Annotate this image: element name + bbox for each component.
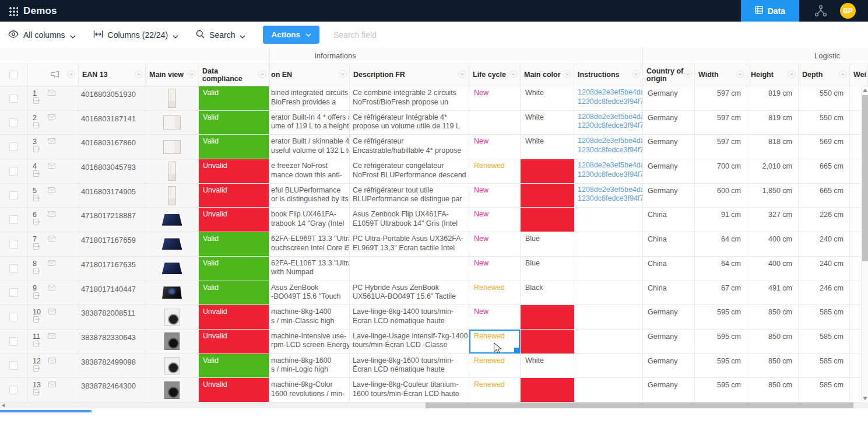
- height-cell[interactable]: 850 cm: [747, 354, 799, 378]
- height-cell[interactable]: 491 cm: [747, 281, 799, 305]
- ean-cell[interactable]: 3838782008511: [79, 305, 146, 329]
- product-thumbnail[interactable]: [164, 309, 180, 326]
- scroll-down-arrow[interactable]: [863, 397, 867, 400]
- envelope-icon[interactable]: [48, 308, 56, 316]
- row-checkbox[interactable]: [9, 264, 18, 273]
- row-checkbox[interactable]: [9, 361, 18, 370]
- life-cycle-cell[interactable]: Renewed: [469, 281, 521, 305]
- instructions-cell[interactable]: 1208de2e3ef5be4da1230dc8fedce3f94f7: [574, 159, 643, 183]
- width-cell[interactable]: 595 cm: [695, 378, 747, 402]
- envelope-icon[interactable]: [48, 162, 55, 170]
- row-checkbox[interactable]: [9, 240, 18, 249]
- life-cycle-cell[interactable]: Renewed: [469, 159, 521, 183]
- ean-cell[interactable]: 4718017218887: [79, 208, 146, 232]
- width-cell[interactable]: 64 cm: [695, 257, 747, 281]
- life-cycle-cell[interactable]: New: [469, 184, 521, 208]
- width-cell[interactable]: 700 cm: [695, 159, 747, 183]
- row-checkbox[interactable]: [9, 215, 18, 224]
- filter-icon[interactable]: [188, 70, 196, 80]
- main-view-cell[interactable]: [146, 86, 199, 110]
- height-cell[interactable]: 819 cm: [747, 111, 799, 135]
- width-cell[interactable]: 597 cm: [695, 86, 747, 110]
- app-launcher-icon[interactable]: [8, 6, 18, 16]
- instructions-cell[interactable]: 1208de2e3ef5be4da1230dc8fedce3f94f7: [574, 111, 643, 135]
- product-thumbnail[interactable]: [163, 116, 181, 130]
- filter-icon[interactable]: [632, 70, 640, 80]
- all-columns-dropdown[interactable]: All columns: [8, 30, 76, 40]
- compliance-cell[interactable]: Unvalid: [199, 159, 269, 183]
- description-fr-cell[interactable]: PC Hybride Asus ZenBook UX561UA-BO049T 1…: [350, 281, 469, 305]
- country-cell[interactable]: China: [643, 257, 695, 281]
- main-color-cell[interactable]: [521, 208, 574, 232]
- depth-cell[interactable]: 550 cm: [799, 86, 850, 110]
- depth-cell[interactable]: 585 cm: [799, 330, 850, 354]
- description-en-cell[interactable]: 62FA-EL106T 13.3 "Ultra- with Numpad: [269, 257, 350, 281]
- ean-cell[interactable]: 4016803051930: [79, 86, 146, 110]
- compliance-cell[interactable]: Valid: [199, 111, 269, 135]
- scroll-left-arrow[interactable]: [2, 404, 5, 407]
- ean-cell[interactable]: 4718017167635: [79, 257, 146, 281]
- compliance-cell[interactable]: Unvalid: [199, 208, 269, 232]
- compliance-cell[interactable]: Valid: [199, 354, 269, 378]
- ean-cell[interactable]: 3838782499098: [79, 354, 146, 378]
- frozen-pane-divider[interactable]: [269, 48, 269, 402]
- main-view-cell[interactable]: [146, 305, 199, 329]
- instruction-link[interactable]: 1230dc8fedce3f94f7: [578, 146, 639, 155]
- instruction-link[interactable]: 1208de2e3ef5be4da: [578, 88, 639, 97]
- instructions-cell[interactable]: [574, 257, 643, 281]
- depth-cell[interactable]: 246 cm: [799, 281, 850, 305]
- filter-icon[interactable]: [339, 70, 347, 80]
- life-cycle-cell[interactable]: New: [469, 135, 521, 159]
- user-avatar[interactable]: BP: [840, 3, 856, 19]
- country-cell[interactable]: Germany: [643, 378, 695, 402]
- header-main-view[interactable]: Main view: [146, 64, 199, 86]
- product-thumbnail[interactable]: [162, 262, 182, 274]
- height-cell[interactable]: 2,010 cm: [747, 159, 799, 183]
- country-cell[interactable]: China: [643, 281, 695, 305]
- description-fr-cell[interactable]: Lave-linge-8kg-1400 tours/min- Ecran LCD…: [350, 305, 469, 329]
- horizontal-scrollbar[interactable]: [0, 402, 868, 408]
- description-en-cell[interactable]: machine-8kg-Color 1600 revolutions / min…: [269, 378, 350, 402]
- header-country-of-origin[interactable]: Country of origin: [643, 64, 695, 86]
- envelope-icon[interactable]: [48, 211, 55, 219]
- envelope-icon[interactable]: [48, 187, 55, 195]
- description-en-cell[interactable]: e freezer NoFrost mance down this anti-: [269, 159, 350, 183]
- header-life-cycle[interactable]: Life cycle: [469, 64, 521, 86]
- compliance-cell[interactable]: Valid: [199, 86, 269, 110]
- description-fr-cell[interactable]: Ce réfrigérateur tout utile BLUPerforman…: [350, 184, 469, 208]
- select-all-checkbox[interactable]: [9, 71, 18, 79]
- open-record-icon[interactable]: [33, 146, 41, 154]
- description-en-cell[interactable]: erator Built-In 4 * offers a ume of 119 …: [269, 111, 350, 135]
- open-record-icon[interactable]: [33, 389, 41, 397]
- width-cell[interactable]: 595 cm: [695, 330, 747, 354]
- instructions-cell[interactable]: [574, 208, 643, 232]
- main-view-cell[interactable]: [146, 281, 199, 305]
- filter-icon[interactable]: [563, 70, 571, 80]
- life-cycle-cell[interactable]: Renewed: [469, 378, 521, 402]
- height-cell[interactable]: 1,850 cm: [747, 184, 799, 208]
- main-view-cell[interactable]: [146, 378, 199, 402]
- search-input[interactable]: [333, 30, 520, 40]
- row-checkbox[interactable]: [9, 94, 18, 103]
- product-thumbnail[interactable]: [164, 357, 180, 374]
- main-color-cell[interactable]: White: [521, 354, 574, 378]
- row-checkbox[interactable]: [9, 386, 18, 394]
- life-cycle-cell[interactable]: [469, 111, 521, 135]
- row-checkbox[interactable]: [9, 288, 18, 297]
- fill-handle[interactable]: [514, 348, 519, 353]
- header-description-en[interactable]: on EN: [269, 64, 350, 86]
- description-en-cell[interactable]: machine-8kg-1600 s / min-Logic high: [269, 354, 350, 378]
- main-color-cell[interactable]: [521, 330, 574, 354]
- description-fr-cell[interactable]: [350, 257, 469, 281]
- ean-cell[interactable]: 4016803174905: [79, 184, 146, 208]
- filter-icon[interactable]: [458, 70, 466, 80]
- height-cell[interactable]: 818 cm: [747, 135, 799, 159]
- instruction-link[interactable]: 1208de2e3ef5be4da: [578, 113, 639, 122]
- instructions-cell[interactable]: [574, 305, 643, 329]
- tab-data[interactable]: Data: [741, 0, 799, 22]
- height-cell[interactable]: 400 cm: [747, 232, 799, 256]
- depth-cell[interactable]: 240 cm: [799, 232, 850, 256]
- filter-icon[interactable]: [684, 70, 692, 80]
- envelope-icon[interactable]: [48, 235, 55, 243]
- main-color-cell[interactable]: [521, 378, 574, 402]
